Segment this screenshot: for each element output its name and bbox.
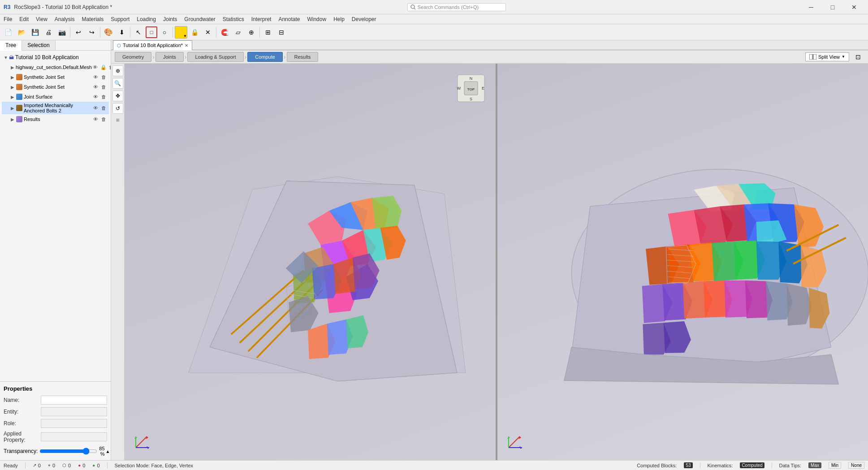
zoom-in-button[interactable]: 🔍 [112, 78, 123, 89]
active-tool[interactable]: ⚡ ▼ [175, 26, 187, 39]
wf-loading[interactable]: Loading & Support [187, 52, 243, 62]
plane-button[interactable]: ▱ [232, 26, 244, 39]
undo-button[interactable]: ↩ [72, 26, 85, 39]
tree-root-item[interactable]: ▼ 🏔 Tutorial 10 Bolt Application [2, 52, 109, 62]
svg-line-91 [509, 436, 520, 448]
maximize-button[interactable]: □ [822, 0, 843, 14]
data-tips-max[interactable]: Max [808, 462, 821, 468]
mesh-delete[interactable]: 🗑 [108, 64, 111, 71]
snap-button[interactable]: 🧲 [218, 26, 231, 39]
data-tips-min[interactable]: Min [829, 462, 841, 469]
prop-name-input[interactable] [41, 396, 107, 405]
results-delete[interactable]: 🗑 [100, 116, 107, 123]
tree-item-surface[interactable]: ▶ Joint Surface 👁 🗑 [9, 92, 109, 102]
menu-materials[interactable]: Materials [78, 14, 108, 24]
wf-results[interactable]: Results [287, 52, 319, 62]
bolts-delete[interactable]: 🗑 [100, 104, 107, 112]
menu-window[interactable]: Window [303, 14, 330, 24]
tree-item-bolts[interactable]: ▶ Imported Mechanically Anchored Bolts 2… [9, 102, 109, 114]
svg-text:S: S [469, 97, 472, 101]
undo-view-button[interactable]: ↺ [112, 103, 123, 114]
wf-compute[interactable]: Compute [247, 52, 283, 62]
results-visibility[interactable]: 👁 [92, 116, 99, 123]
menu-joints[interactable]: Joints [160, 14, 181, 24]
transparency-slider[interactable] [39, 448, 97, 455]
results-icon [16, 116, 22, 122]
zoom-extent-button[interactable]: ⊕ [112, 65, 123, 76]
statusbar: Ready ↗ 0 ⌖ 0 ⬡ 0 ● 0 ● 0 Selection Mode… [0, 460, 868, 470]
tree-item-joint1[interactable]: ▶ Synthetic Joint Set 👁 🗑 [9, 72, 109, 82]
bolts-visibility[interactable]: 👁 [92, 104, 99, 112]
menu-developer[interactable]: Developer [348, 14, 380, 24]
new-button[interactable]: 📄 [2, 26, 14, 39]
joint2-visibility[interactable]: 👁 [92, 83, 99, 91]
print-button[interactable]: 🖨 [42, 26, 55, 39]
save-button[interactable]: 💾 [29, 26, 41, 39]
grid-button[interactable]: ⊞ [262, 26, 274, 39]
tree-child-joint2: ▶ Synthetic Joint Set 👁 🗑 [2, 82, 109, 92]
mesh-visibility[interactable]: 👁 [92, 64, 99, 71]
svg-line-43 [136, 436, 147, 448]
tab-selection[interactable]: Selection [22, 40, 55, 50]
menu-edit[interactable]: Edit [16, 14, 32, 24]
select-button[interactable]: ⬇ [116, 26, 128, 39]
tree-item-results[interactable]: ▶ Results 👁 🗑 [9, 114, 109, 124]
transparency-value: 85 % [99, 446, 104, 457]
viewport-left[interactable]: N S E W TOP [125, 64, 496, 460]
sphere-select[interactable]: ○ [158, 26, 171, 39]
pan-button[interactable]: ✥ [112, 91, 123, 101]
screenshot-button[interactable]: 📷 [56, 26, 68, 39]
arrow-select[interactable]: ↖ [132, 26, 145, 39]
content-area: ⬡ Tutorial 10 Bolt Application* ✕ Geomet… [111, 40, 868, 460]
workflow-bar: Geometry › Joints › Loading & Support › … [111, 50, 868, 64]
viewport-right[interactable] [497, 64, 868, 460]
status-sep-2 [107, 462, 108, 469]
surface-visibility[interactable]: 👁 [92, 93, 99, 100]
menu-view[interactable]: View [32, 14, 51, 24]
results-label: Results [24, 116, 92, 122]
redo-button[interactable]: ↪ [86, 26, 98, 39]
intersect-button[interactable]: ⊕ [245, 26, 258, 39]
close-button[interactable]: ✕ [844, 0, 864, 14]
fullscreen-button[interactable]: ⊡ [852, 51, 864, 63]
toolbar: 📄 📂 💾 🖨 📷 ↩ ↪ 🎨 ⬇ ↖ □ ○ ⚡ ▼ 🔒 ✕ 🧲 ▱ ⊕ ⊞ … [0, 24, 868, 40]
joint1-visibility[interactable]: 👁 [92, 73, 99, 81]
menu-file[interactable]: File [0, 14, 16, 24]
menu-interpret[interactable]: Interpret [248, 14, 275, 24]
tree-child-bolts: ▶ Imported Mechanically Anchored Bolts 2… [2, 102, 109, 114]
surface-delete[interactable]: 🗑 [100, 93, 107, 100]
tab-tree[interactable]: Tree [0, 40, 22, 51]
close-tool[interactable]: ✕ [202, 26, 214, 39]
menu-loading[interactable]: Loading [133, 14, 160, 24]
color-button[interactable]: 🎨 [102, 26, 115, 39]
tb-sep-3 [130, 27, 130, 38]
lock-button[interactable]: 🔒 [188, 26, 201, 39]
menu-annotate[interactable]: Annotate [275, 14, 303, 24]
menu-analysis[interactable]: Analysis [51, 14, 78, 24]
minimize-button[interactable]: ─ [801, 0, 821, 14]
open-button[interactable]: 📂 [15, 26, 28, 39]
doc-tab-close[interactable]: ✕ [185, 43, 188, 48]
mesh-lock[interactable]: 🔒 [100, 64, 107, 71]
doc-tab-active[interactable]: ⬡ Tutorial 10 Bolt Application* ✕ [113, 40, 192, 50]
joint1-delete[interactable]: 🗑 [100, 73, 107, 81]
status-counter-4: ● 0 [78, 463, 85, 468]
status-counter-3: ⬡ 0 [62, 463, 71, 468]
menu-support[interactable]: Support [107, 14, 133, 24]
tree-item-mesh[interactable]: ▶ highway_cut_section.Default.Mesh 👁 🔒 🗑 [9, 62, 109, 72]
menu-statistics[interactable]: Statistics [219, 14, 248, 24]
menu-help[interactable]: Help [330, 14, 348, 24]
counter4-value: 0 [82, 463, 85, 468]
wf-geometry[interactable]: Geometry [115, 52, 151, 62]
search-box[interactable]: Search Commands (Ctrl+Q) [407, 3, 506, 11]
table-button[interactable]: ⊟ [275, 26, 288, 39]
menu-groundwater[interactable]: Groundwater [181, 14, 219, 24]
split-view-button[interactable]: Split View ▼ [805, 52, 849, 61]
mesh-label: highway_cut_section.Default.Mesh [16, 65, 92, 70]
joint2-delete[interactable]: 🗑 [100, 83, 107, 91]
box-select[interactable]: □ [146, 26, 157, 38]
tree-item-joint2[interactable]: ▶ Synthetic Joint Set 👁 🗑 [9, 82, 109, 92]
tree-child-surface: ▶ Joint Surface 👁 🗑 [2, 92, 109, 102]
wf-joints[interactable]: Joints [155, 52, 184, 62]
data-tips-none[interactable]: None [848, 462, 864, 469]
